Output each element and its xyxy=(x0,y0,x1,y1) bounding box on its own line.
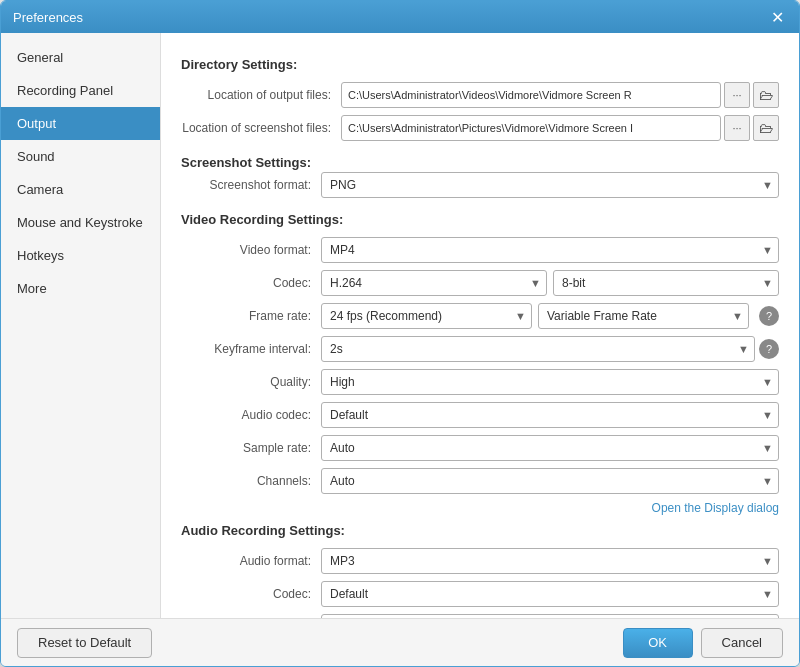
close-button[interactable]: ✕ xyxy=(767,7,787,27)
channels-select-wrapper: AutoStereoMono ▼ xyxy=(321,468,779,494)
ok-button[interactable]: OK xyxy=(623,628,693,658)
preferences-window: Preferences ✕ General Recording Panel Ou… xyxy=(0,0,800,667)
sample-rate-select[interactable]: Auto44100 Hz48000 Hz xyxy=(321,435,779,461)
audio-format-label: Audio format: xyxy=(181,554,321,568)
screenshot-format-select-wrapper: PNG JPG BMP GIF ▼ xyxy=(321,172,779,198)
channels-select[interactable]: AutoStereoMono xyxy=(321,468,779,494)
output-files-dots-button[interactable]: ··· xyxy=(724,82,750,108)
quality-select-wrapper: HighVery HighMediumLow ▼ xyxy=(321,369,779,395)
output-files-label: Location of output files: xyxy=(181,88,341,102)
quality-row: Quality: HighVery HighMediumLow ▼ xyxy=(181,369,779,395)
frame-rate-help-button[interactable]: ? xyxy=(759,306,779,326)
keyframe-select[interactable]: 2s5s10s xyxy=(321,336,755,362)
audio-codec-r-label: Codec: xyxy=(181,587,321,601)
window-title: Preferences xyxy=(13,10,767,25)
audio-codec-select-wrapper: DefaultAACMP3 ▼ xyxy=(321,402,779,428)
frame-rate-row: Frame rate: 24 fps (Recommend)30 fps60 f… xyxy=(181,303,779,329)
screenshot-settings-title: Screenshot Settings: xyxy=(181,155,779,170)
sidebar-item-hotkeys[interactable]: Hotkeys xyxy=(1,239,160,272)
directory-settings-title: Directory Settings: xyxy=(181,57,779,72)
keyframe-help-button[interactable]: ? xyxy=(759,339,779,359)
output-files-folder-button[interactable]: 🗁 xyxy=(753,82,779,108)
screenshot-format-select[interactable]: PNG JPG BMP GIF xyxy=(321,172,779,198)
audio-codec-r-select[interactable]: DefaultMP3AAC xyxy=(321,581,779,607)
frame-rate-label: Frame rate: xyxy=(181,309,321,323)
screenshot-files-dots-button[interactable]: ··· xyxy=(724,115,750,141)
sample-rate-row: Sample rate: Auto44100 Hz48000 Hz ▼ xyxy=(181,435,779,461)
output-files-row: Location of output files: C:\Users\Admin… xyxy=(181,82,779,108)
frame-rate-select[interactable]: 24 fps (Recommend)30 fps60 fps15 fps xyxy=(321,303,532,329)
audio-codec-select[interactable]: DefaultAACMP3 xyxy=(321,402,779,428)
footer-left: Reset to Default xyxy=(17,628,623,658)
sample-rate-select-wrapper: Auto44100 Hz48000 Hz ▼ xyxy=(321,435,779,461)
screenshot-files-row: Location of screenshot files: C:\Users\A… xyxy=(181,115,779,141)
open-display-link[interactable]: Open the Display dialog xyxy=(181,501,779,515)
keyframe-label: Keyframe interval: xyxy=(181,342,321,356)
screenshot-files-path: C:\Users\Administrator\Pictures\Vidmore\… xyxy=(341,115,721,141)
channels-row: Channels: AutoStereoMono ▼ xyxy=(181,468,779,494)
sidebar: General Recording Panel Output Sound Cam… xyxy=(1,33,161,618)
channels-label: Channels: xyxy=(181,474,321,488)
quality-label: Quality: xyxy=(181,375,321,389)
sidebar-item-output[interactable]: Output xyxy=(1,107,160,140)
sidebar-item-recording-panel[interactable]: Recording Panel xyxy=(1,74,160,107)
video-format-select[interactable]: MP4AVIMOVWMV xyxy=(321,237,779,263)
window-body: General Recording Panel Output Sound Cam… xyxy=(1,33,799,618)
sample-rate-label: Sample rate: xyxy=(181,441,321,455)
video-format-row: Video format: MP4AVIMOVWMV ▼ xyxy=(181,237,779,263)
quality-select[interactable]: HighVery HighMediumLow xyxy=(321,369,779,395)
audio-codec-row: Audio codec: DefaultAACMP3 ▼ xyxy=(181,402,779,428)
audio-format-select-wrapper: MP3AACWAVFLAC ▼ xyxy=(321,548,779,574)
codec-label: Codec: xyxy=(181,276,321,290)
screenshot-files-folder-button[interactable]: 🗁 xyxy=(753,115,779,141)
frame-rate-selects: 24 fps (Recommend)30 fps60 fps15 fps ▼ V… xyxy=(321,303,779,329)
video-format-select-wrapper: MP4AVIMOVWMV ▼ xyxy=(321,237,779,263)
variable-frame-rate-select[interactable]: Variable Frame RateFixed Frame Rate xyxy=(538,303,749,329)
sidebar-item-more[interactable]: More xyxy=(1,272,160,305)
bit-depth-select[interactable]: 8-bit10-bit xyxy=(553,270,779,296)
audio-recording-title: Audio Recording Settings: xyxy=(181,523,779,538)
audio-quality-select-wrapper: Very HighHighMediumLow ▼ xyxy=(321,614,779,618)
sidebar-item-sound[interactable]: Sound xyxy=(1,140,160,173)
audio-codec-label: Audio codec: xyxy=(181,408,321,422)
codec-row: Codec: H.264H.265MPEG-4 ▼ 8-bit10-bit ▼ xyxy=(181,270,779,296)
audio-format-select[interactable]: MP3AACWAVFLAC xyxy=(321,548,779,574)
main-content: Directory Settings: Location of output f… xyxy=(161,33,799,618)
screenshot-files-label: Location of screenshot files: xyxy=(181,121,341,135)
screenshot-format-label: Screenshot format: xyxy=(181,178,321,192)
sidebar-item-general[interactable]: General xyxy=(1,41,160,74)
keyframe-select-wrapper: 2s5s10s ▼ xyxy=(321,336,755,362)
footer-right: OK Cancel xyxy=(623,628,783,658)
variable-frame-rate-select-wrapper: Variable Frame RateFixed Frame Rate ▼ xyxy=(538,303,749,329)
reset-button[interactable]: Reset to Default xyxy=(17,628,152,658)
codec-select-wrapper: H.264H.265MPEG-4 ▼ xyxy=(321,270,547,296)
audio-codec-r-select-wrapper: DefaultMP3AAC ▼ xyxy=(321,581,779,607)
audio-format-row: Audio format: MP3AACWAVFLAC ▼ xyxy=(181,548,779,574)
audio-codec-r-row: Codec: DefaultMP3AAC ▼ xyxy=(181,581,779,607)
footer: Reset to Default OK Cancel xyxy=(1,618,799,666)
video-format-label: Video format: xyxy=(181,243,321,257)
bit-depth-select-wrapper: 8-bit10-bit ▼ xyxy=(553,270,779,296)
sidebar-item-mouse-keystroke[interactable]: Mouse and Keystroke xyxy=(1,206,160,239)
keyframe-row: Keyframe interval: 2s5s10s ▼ ? xyxy=(181,336,779,362)
sidebar-item-camera[interactable]: Camera xyxy=(1,173,160,206)
screenshot-format-row: Screenshot format: PNG JPG BMP GIF ▼ xyxy=(181,172,779,198)
codec-selects: H.264H.265MPEG-4 ▼ 8-bit10-bit ▼ xyxy=(321,270,779,296)
output-files-path: C:\Users\Administrator\Videos\Vidmore\Vi… xyxy=(341,82,721,108)
codec-select[interactable]: H.264H.265MPEG-4 xyxy=(321,270,547,296)
audio-quality-select[interactable]: Very HighHighMediumLow xyxy=(321,614,779,618)
video-settings-title: Video Recording Settings: xyxy=(181,212,779,227)
title-bar: Preferences ✕ xyxy=(1,1,799,33)
frame-rate-select-wrapper: 24 fps (Recommend)30 fps60 fps15 fps ▼ xyxy=(321,303,532,329)
cancel-button[interactable]: Cancel xyxy=(701,628,783,658)
